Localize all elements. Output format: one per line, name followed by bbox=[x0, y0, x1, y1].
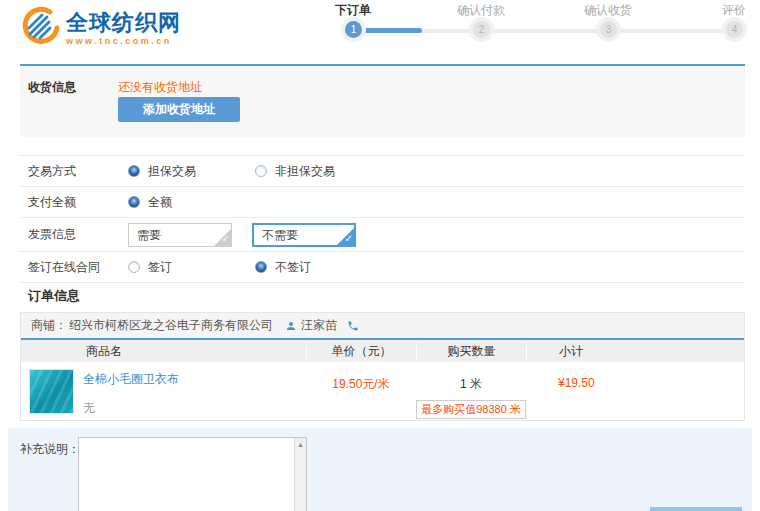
choice-full-amount[interactable]: 全额 bbox=[128, 194, 255, 211]
choice-label: 担保交易 bbox=[148, 163, 196, 180]
no-address-message: 还没有收货地址 bbox=[118, 79, 202, 96]
choice-label: 不签订 bbox=[275, 259, 311, 276]
online-contract-label: 签订在线合同 bbox=[20, 259, 128, 276]
product-name-link[interactable]: 全棉小毛圈卫衣布 bbox=[83, 371, 179, 388]
radio-checked-icon[interactable] bbox=[255, 261, 267, 273]
corner-check-icon: ✓ bbox=[222, 228, 230, 247]
choice-label: 签订 bbox=[148, 259, 172, 276]
phone-icon[interactable] bbox=[347, 320, 359, 332]
person-icon[interactable] bbox=[285, 320, 297, 332]
product-cell: 全棉小毛圈卫衣布 无 bbox=[21, 362, 306, 420]
submit-button-partial[interactable] bbox=[650, 507, 742, 511]
invoice-no-need-option[interactable]: 不需要 ✓ bbox=[252, 223, 356, 247]
quantity-cell: 1 米 最多购买值98380 米 bbox=[416, 362, 526, 420]
step-circle-2: 2 bbox=[473, 21, 490, 38]
header-unit-price: 单价（元） bbox=[306, 343, 416, 360]
payment-amount-label: 支付全额 bbox=[20, 194, 128, 211]
checkout-progress: 下订单 确认付款 确认收货 评价 1 2 3 4 bbox=[0, 0, 760, 56]
remarks-section: 补充说明： ▲ bbox=[8, 428, 752, 511]
row-payment-amount: 支付全额 全额 bbox=[20, 187, 745, 218]
step-label-review: 评价 bbox=[684, 2, 760, 19]
product-image[interactable] bbox=[29, 369, 74, 414]
radio-checked-icon[interactable] bbox=[128, 196, 140, 208]
step-label-confirm-payment: 确认付款 bbox=[431, 2, 531, 19]
header-quantity: 购买数量 bbox=[416, 343, 526, 360]
corner-check-icon: ✓ bbox=[345, 229, 353, 247]
step-label-place-order: 下订单 bbox=[303, 2, 403, 19]
order-box: 商铺： 绍兴市柯桥区龙之谷电子商务有限公司 汪家苗 商品名 单价（元） 购买数量… bbox=[20, 312, 745, 421]
invoice-need-option[interactable]: 需要 ✓ bbox=[128, 223, 232, 247]
order-table-row: 全棉小毛圈卫衣布 无 19.50元/米 1 米 最多购买值98380 米 ¥19… bbox=[21, 362, 744, 420]
order-options-form: 交易方式 担保交易 非担保交易 支付全额 全额 发票信息 需要 ✓ 不需要 ✓ … bbox=[20, 155, 745, 283]
invoice-option-label: 不需要 bbox=[262, 228, 298, 242]
transaction-mode-label: 交易方式 bbox=[20, 163, 128, 180]
unit-price-value: 19.50元/米 bbox=[306, 362, 416, 420]
shop-contact-name: 汪家苗 bbox=[301, 317, 337, 334]
shop-label: 商铺： bbox=[31, 317, 67, 334]
quantity-value: 1 米 bbox=[460, 376, 482, 393]
radio-checked-icon[interactable] bbox=[128, 165, 140, 177]
radio-unchecked-icon[interactable] bbox=[255, 165, 267, 177]
step-circle-4: 4 bbox=[726, 21, 743, 38]
choice-non-guaranteed-transaction[interactable]: 非担保交易 bbox=[255, 163, 382, 180]
choice-sign-contract[interactable]: 签订 bbox=[128, 259, 255, 276]
order-section-title: 订单信息 bbox=[28, 287, 80, 305]
shipping-section-label: 收货信息 bbox=[28, 79, 76, 96]
choice-label: 非担保交易 bbox=[275, 163, 335, 180]
subtotal-value: ¥19.50 bbox=[526, 362, 744, 420]
shop-name: 绍兴市柯桥区龙之谷电子商务有限公司 bbox=[69, 317, 273, 334]
product-spec: 无 bbox=[83, 400, 179, 417]
step-label-confirm-receipt: 确认收货 bbox=[558, 2, 658, 19]
remarks-textarea[interactable] bbox=[78, 437, 307, 511]
row-transaction-mode: 交易方式 担保交易 非担保交易 bbox=[20, 156, 745, 187]
add-address-button[interactable]: 添加收货地址 bbox=[118, 97, 240, 122]
order-table-header: 商品名 单价（元） 购买数量 小计 bbox=[21, 338, 744, 362]
header-product-name: 商品名 bbox=[21, 343, 306, 360]
invoice-option-label: 需要 bbox=[137, 228, 161, 242]
textarea-scrollbar[interactable]: ▲ bbox=[294, 438, 306, 511]
progress-fill bbox=[354, 28, 422, 33]
max-purchase-note: 最多购买值98380 米 bbox=[416, 400, 526, 419]
choice-label: 全额 bbox=[148, 194, 172, 211]
row-invoice-info: 发票信息 需要 ✓ 不需要 ✓ bbox=[20, 218, 745, 252]
page-header: 全球纺织网 www.tnc.com.cn 下订单 确认付款 确认收货 评价 1 … bbox=[0, 0, 760, 56]
row-online-contract: 签订在线合同 签订 不签订 bbox=[20, 252, 745, 283]
scroll-up-icon[interactable]: ▲ bbox=[295, 441, 306, 448]
header-subtotal: 小计 bbox=[526, 343, 744, 360]
invoice-info-label: 发票信息 bbox=[20, 226, 128, 243]
step-circle-1: 1 bbox=[345, 21, 362, 38]
shop-row: 商铺： 绍兴市柯桥区龙之谷电子商务有限公司 汪家苗 bbox=[21, 313, 744, 338]
step-circle-3: 3 bbox=[600, 21, 617, 38]
remarks-label: 补充说明： bbox=[20, 441, 80, 458]
shipping-section: 收货信息 还没有收货地址 添加收货地址 bbox=[20, 66, 745, 137]
choice-no-sign-contract[interactable]: 不签订 bbox=[255, 259, 382, 276]
radio-unchecked-icon[interactable] bbox=[128, 261, 140, 273]
choice-guaranteed-transaction[interactable]: 担保交易 bbox=[128, 163, 255, 180]
